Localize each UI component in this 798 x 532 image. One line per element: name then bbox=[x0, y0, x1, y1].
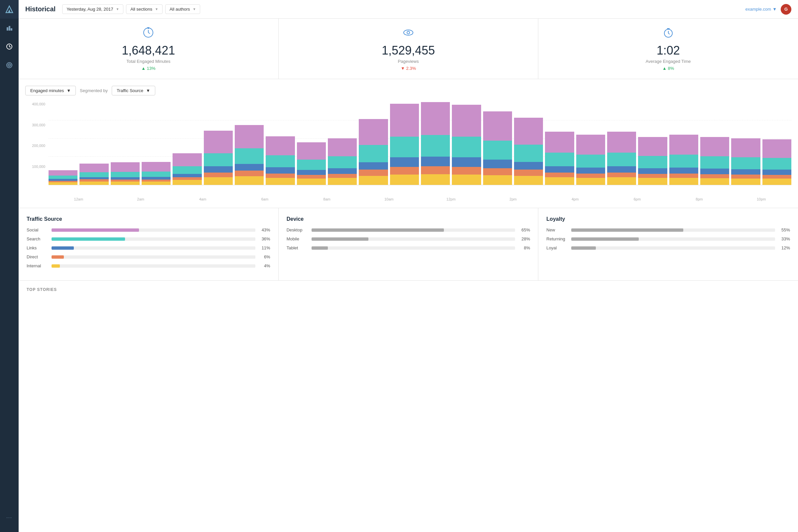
bar-segment-search bbox=[669, 155, 698, 168]
bar-segment-search bbox=[700, 156, 729, 169]
bar-segment-direct bbox=[359, 170, 388, 176]
sidebar: ··· bbox=[0, 0, 19, 532]
chart-section: Engaged minutes ▼ Segmented by Traffic S… bbox=[19, 79, 798, 208]
bar-group-17 bbox=[576, 102, 605, 185]
bar-fill bbox=[311, 228, 444, 232]
sections-filter-dropdown[interactable]: All sections ▼ bbox=[126, 4, 163, 14]
bar-group-18 bbox=[607, 102, 636, 185]
panel-row-pct: 55% bbox=[778, 227, 790, 232]
svg-marker-2 bbox=[7, 27, 8, 31]
stat-change-1: ▼ 2.3% bbox=[401, 66, 416, 71]
bar-segment-search bbox=[421, 135, 450, 156]
bar-group-7 bbox=[266, 102, 294, 185]
panel-title-2: Loyalty bbox=[546, 216, 790, 222]
panel-row-label: Desktop bbox=[287, 227, 308, 232]
bar-segment-links bbox=[328, 168, 357, 174]
stat-change-0: ▲ 13% bbox=[141, 66, 156, 71]
x-axis-label: 12pm bbox=[421, 197, 481, 201]
domain-selector[interactable]: example.com ▼ bbox=[745, 7, 777, 12]
bar-segment-social bbox=[452, 105, 481, 136]
bar-fill bbox=[52, 246, 74, 250]
x-axis-label: 4pm bbox=[545, 197, 605, 201]
bar-segment-direct bbox=[762, 175, 791, 178]
bar-segment-links bbox=[452, 157, 481, 167]
bar-segment-social bbox=[483, 111, 512, 141]
bar-fill bbox=[571, 238, 639, 241]
bar-track bbox=[52, 238, 255, 241]
bar-segment-social bbox=[390, 104, 419, 137]
bar-segment-internal bbox=[328, 178, 357, 185]
bar-segment-search bbox=[204, 153, 233, 166]
bar-segment-social bbox=[111, 162, 140, 172]
bar-segment-social bbox=[669, 135, 698, 155]
bar-segment-search bbox=[111, 172, 140, 177]
bar-segment-social bbox=[79, 164, 108, 172]
bar-segment-social bbox=[638, 137, 667, 156]
bar-segment-direct bbox=[297, 175, 326, 178]
bar-segment-social bbox=[576, 135, 605, 155]
bar-segment-social bbox=[49, 170, 77, 175]
stat-value-2: 1:02 bbox=[657, 43, 680, 58]
sidebar-item-analytics[interactable] bbox=[0, 19, 19, 37]
panel-row-pct: 11% bbox=[259, 245, 270, 250]
bar-track bbox=[571, 228, 775, 232]
bar-segment-internal bbox=[79, 182, 108, 185]
user-avatar[interactable]: G bbox=[781, 4, 791, 15]
bar-segment-internal bbox=[111, 182, 140, 185]
bar-group-23 bbox=[762, 102, 791, 185]
x-axis-label: 4am bbox=[173, 197, 233, 201]
bar-segment-search bbox=[266, 155, 294, 167]
clock-icon bbox=[142, 26, 154, 41]
svg-marker-4 bbox=[11, 28, 12, 31]
segment-dropdown[interactable]: Traffic Source ▼ bbox=[112, 86, 155, 95]
svg-point-16 bbox=[404, 30, 413, 35]
panel-row-pct: 33% bbox=[778, 236, 790, 241]
authors-filter-dropdown[interactable]: All authors ▼ bbox=[165, 4, 200, 14]
sidebar-logo[interactable] bbox=[0, 0, 19, 19]
bar-segment-search bbox=[141, 172, 171, 177]
bar-segment-links bbox=[390, 157, 419, 167]
bar-segment-links bbox=[669, 168, 698, 174]
bar-group-20 bbox=[669, 102, 698, 185]
panel-row: Search 36% bbox=[26, 236, 270, 241]
date-filter-arrow: ▼ bbox=[116, 7, 119, 11]
svg-point-17 bbox=[407, 31, 410, 34]
panel-row-label: Internal bbox=[26, 263, 48, 268]
sidebar-item-goals[interactable] bbox=[0, 56, 19, 75]
bar-segment-direct bbox=[576, 174, 605, 178]
bar-segment-direct bbox=[700, 174, 729, 178]
chart-area bbox=[49, 102, 791, 185]
bar-segment-social bbox=[266, 136, 294, 155]
bar-group-15 bbox=[514, 102, 543, 185]
panel-row-pct: 36% bbox=[259, 236, 270, 241]
sidebar-item-realtime[interactable] bbox=[0, 37, 19, 56]
bar-segment-internal bbox=[483, 175, 512, 185]
panel-row-label: Social bbox=[26, 227, 48, 232]
bar-segment-direct bbox=[545, 173, 574, 177]
bar-segment-links bbox=[514, 162, 543, 170]
bar-segment-direct bbox=[669, 174, 698, 178]
x-axis-label: 2am bbox=[111, 197, 171, 201]
svg-marker-3 bbox=[8, 26, 10, 31]
bar-group-6 bbox=[235, 102, 264, 185]
sidebar-item-more[interactable]: ··· bbox=[0, 508, 19, 527]
sections-filter-arrow: ▼ bbox=[155, 7, 158, 11]
bar-segment-direct bbox=[235, 171, 264, 176]
svg-marker-1 bbox=[8, 9, 11, 13]
bar-segment-links bbox=[700, 169, 729, 174]
date-filter-dropdown[interactable]: Yesterday, Aug 28, 2017 ▼ bbox=[62, 4, 124, 14]
bar-track bbox=[52, 255, 255, 259]
bar-segment-internal bbox=[421, 174, 450, 185]
panel-row: Tablet 8% bbox=[287, 245, 530, 250]
stat-card-2: 1:02 Average Engaged Time ▲ 8% bbox=[538, 19, 798, 79]
x-axis-label: 6pm bbox=[607, 197, 667, 201]
bar-segment-links bbox=[576, 168, 605, 174]
metric-dropdown[interactable]: Engaged minutes ▼ bbox=[25, 86, 76, 95]
bar-group-8 bbox=[297, 102, 326, 185]
stats-row: 1,648,421 Total Engaged Minutes ▲ 13% 1,… bbox=[19, 19, 798, 79]
bar-segment-social bbox=[545, 132, 574, 152]
analytics-icon bbox=[6, 24, 13, 32]
bar-segment-direct bbox=[173, 177, 202, 180]
x-axis-label: 10am bbox=[359, 197, 419, 201]
eye-icon bbox=[402, 26, 414, 41]
